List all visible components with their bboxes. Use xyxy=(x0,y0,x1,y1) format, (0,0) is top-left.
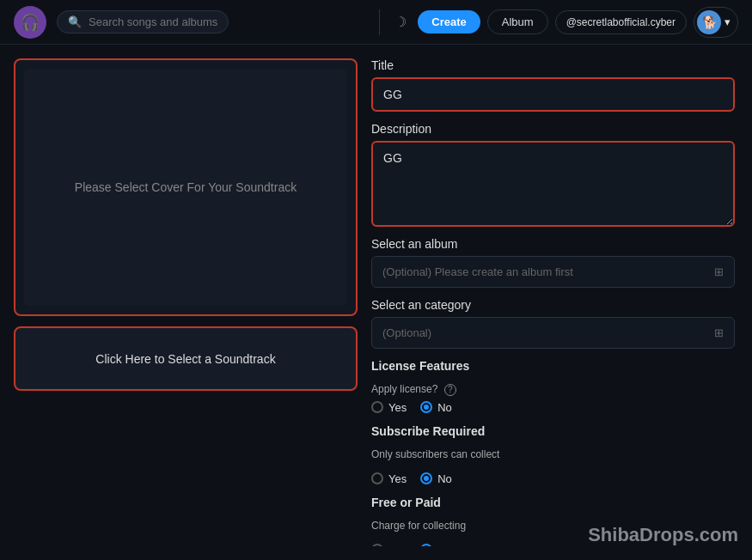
avatar: 🐕 xyxy=(697,10,721,34)
album-placeholder: (Optional) Please create an album first xyxy=(382,265,573,278)
subscribe-radio-group: Yes No xyxy=(371,472,735,485)
description-textarea[interactable]: GG xyxy=(371,141,735,227)
free-paid-title: Free or Paid xyxy=(371,496,735,509)
apply-license-group: Apply license? ? Yes No xyxy=(371,383,735,414)
soundtrack-upload-label: Click Here to Select a Soundtrack xyxy=(95,352,275,366)
avatar-dropdown[interactable]: 🐕 ▾ xyxy=(694,7,738,38)
album-label: Select an album xyxy=(371,237,735,251)
logo: 🎧 xyxy=(14,6,46,39)
free-paid-no-dot xyxy=(420,544,432,546)
search-box[interactable]: 🔍 xyxy=(57,10,229,33)
main-content: Please Select Cover For Your Soundtrack … xyxy=(0,45,752,560)
create-button[interactable]: Create xyxy=(418,10,480,33)
subscribe-no-dot xyxy=(420,472,432,484)
subscribe-yes-label: Yes xyxy=(388,472,407,485)
header-right: ☽ Create Album @secretlabofficial.cyber … xyxy=(390,7,738,38)
free-paid-no-label: No xyxy=(437,544,452,546)
subscribe-no-label: No xyxy=(437,472,452,485)
apply-label: Apply license? ? xyxy=(371,383,735,396)
category-select-icon: ⊞ xyxy=(714,326,724,339)
apply-yes-option[interactable]: Yes xyxy=(371,401,407,414)
title-input[interactable] xyxy=(371,77,735,112)
apply-license-radio-group: Yes No xyxy=(371,401,735,414)
free-paid-radio-group: Yes No xyxy=(371,544,735,546)
title-field-group: Title xyxy=(371,58,735,112)
subscribe-sub-label: Only subscribers can collect xyxy=(371,448,735,460)
chevron-down-icon: ▾ xyxy=(724,15,731,28)
cover-inner: Please Select Cover For Your Soundtrack xyxy=(24,69,347,306)
license-title: License Features xyxy=(371,359,735,373)
category-select[interactable]: (Optional) ⊞ xyxy=(371,317,735,349)
free-paid-sub-label: Charge for collecting xyxy=(371,520,735,532)
album-select-icon: ⊞ xyxy=(714,265,724,278)
title-label: Title xyxy=(371,58,735,72)
user-handle-button[interactable]: @secretlabofficial.cyber xyxy=(555,10,687,34)
header-divider xyxy=(379,9,380,35)
subscribe-yes-dot xyxy=(371,472,383,484)
category-label: Select an category xyxy=(371,298,735,312)
description-field-group: Description GG xyxy=(371,122,735,227)
subscribe-yes-option[interactable]: Yes xyxy=(371,472,407,485)
free-paid-section: Free or Paid Charge for collecting Yes N… xyxy=(371,496,735,546)
category-field-group: Select an category (Optional) ⊞ xyxy=(371,298,735,349)
description-label: Description xyxy=(371,122,735,136)
soundtrack-upload-box[interactable]: Click Here to Select a Soundtrack xyxy=(14,326,358,391)
logo-icon: 🎧 xyxy=(21,13,40,32)
apply-no-label: No xyxy=(437,401,452,414)
apply-no-option[interactable]: No xyxy=(420,401,452,414)
help-icon: ? xyxy=(444,384,456,396)
free-paid-no-option[interactable]: No xyxy=(420,544,452,546)
free-paid-yes-option[interactable]: Yes xyxy=(371,544,407,546)
license-section: License Features Apply license? ? Yes No xyxy=(371,359,735,414)
dark-mode-button[interactable]: ☽ xyxy=(390,9,411,34)
album-field-group: Select an album (Optional) Please create… xyxy=(371,237,735,288)
album-button[interactable]: Album xyxy=(487,9,548,34)
subscribe-no-option[interactable]: No xyxy=(420,472,452,485)
free-paid-yes-dot xyxy=(371,544,383,546)
subscribe-section: Subscribe Required Only subscribers can … xyxy=(371,424,735,485)
album-select[interactable]: (Optional) Please create an album first … xyxy=(371,256,735,288)
search-icon: 🔍 xyxy=(68,15,82,28)
subscribe-title: Subscribe Required xyxy=(371,424,735,438)
apply-yes-label: Yes xyxy=(388,401,407,414)
cover-upload-box[interactable]: Please Select Cover For Your Soundtrack xyxy=(14,58,358,316)
free-paid-yes-label: Yes xyxy=(388,544,407,546)
apply-no-dot xyxy=(420,401,432,413)
left-column: Please Select Cover For Your Soundtrack … xyxy=(14,58,358,546)
header: 🎧 🔍 ☽ Create Album @secretlabofficial.cy… xyxy=(0,0,752,45)
search-input[interactable] xyxy=(89,15,217,28)
cover-upload-label: Please Select Cover For Your Soundtrack xyxy=(75,180,297,194)
apply-yes-dot xyxy=(371,401,383,413)
category-placeholder: (Optional) xyxy=(382,326,431,339)
right-column: Title Description GG Select an album (Op… xyxy=(371,58,738,546)
